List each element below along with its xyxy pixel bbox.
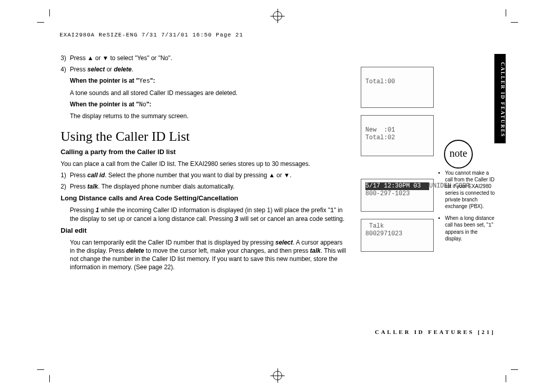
crop-mark [49,375,50,382]
pointer-yes-body: A tone sounds and all stored Caller ID m… [70,89,348,97]
lcd-screen-talk: Talk 8002971023 [361,219,434,252]
note-item-2: When a long distance call has been set, … [445,215,495,242]
calling-step-2: 2)Press talk. The displayed phone number… [61,182,348,191]
crop-mark [506,9,506,16]
section-title: Using the Caller ID List [61,127,348,145]
crop-mark [37,22,44,23]
pointer-no-body: The display returns to the summary scree… [70,112,348,120]
crop-mark [506,375,506,382]
lcd-screen-caller-id: 5/17 12:30PM 03UNIDEN CORP 800-297-1023 [361,179,434,212]
crop-mark [37,369,44,370]
calling-step-1: 1)Press call id. Select the phone number… [61,171,348,179]
calling-step-2-text: Press talk. The displayed phone number d… [70,183,234,190]
note-icon: note [444,140,473,169]
pointer-no-heading: When the pointer is at "No": [70,100,348,109]
page-footer: CALLER ID FEATURES [21] [375,329,495,335]
dial-edit-body: You can temporarily edit the Caller ID n… [70,238,348,272]
calling-heading: Calling a party from the Caller ID list [61,147,348,157]
long-distance-body: Pressing 1 while the incoming Caller ID … [70,206,348,223]
document-page: EXAI2980A ReSIZE-ENG 7/31 7/31/01 16:50 … [0,0,555,392]
lcd-column: Total:00 New :01 Total:02 5/17 12:30PM 0… [361,67,434,259]
step-4-text: Press select or delete. [70,66,133,73]
print-header: EXAI2980A ReSIZE-ENG 7/31 7/31/01 16:50 … [60,32,243,38]
main-content: 3)Press ▲ or ▼ to select "Yes" or "No". … [61,54,348,275]
crop-mark [511,22,518,23]
pointer-yes-heading: When the pointer is at "Yes": [70,77,348,85]
registration-mark-icon [273,371,282,380]
registration-mark-icon [273,11,282,21]
note-column: You cannot make a call from the Caller I… [439,170,495,247]
step-3: 3)Press ▲ or ▼ to select "Yes" or "No". [61,54,348,62]
step-4: 4)Press select or delete. [61,65,348,73]
long-distance-heading: Long Distance calls and Area Code Settin… [61,194,348,203]
calling-step-1-text: Press call id. Select the phone number t… [70,172,291,179]
calling-intro: You can place a call from the Caller ID … [61,160,348,168]
crop-mark [511,369,518,370]
note-item-1: You cannot make a call from the Caller I… [445,170,495,210]
step-3-text: Press ▲ or ▼ to select "Yes" or "No". [70,54,172,62]
side-tab: CALLER ID FEATURES [494,54,506,143]
dial-edit-heading: Dial edit [61,226,348,235]
lcd-screen-new-total: New :01 Total:02 [361,115,434,156]
crop-mark [49,9,50,16]
lcd-screen-total: Total:00 [361,67,434,108]
